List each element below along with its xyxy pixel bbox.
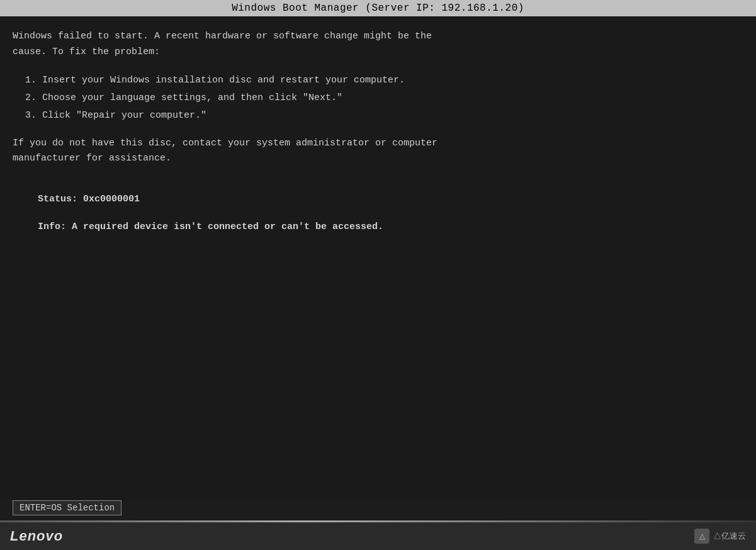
steps-list: 1. Insert your Windows installation disc… — [25, 73, 737, 123]
status-section: Status: 0xc0000001 Info: A required devi… — [38, 192, 737, 235]
intro-line1: Windows failed to start. A recent hardwa… — [13, 29, 737, 45]
enter-bar-wrapper: ENTER=OS Selection — [0, 500, 756, 520]
step-2: 2. Choose your language settings, and th… — [25, 91, 737, 106]
title-text: Windows Boot Manager (Server IP: 192.168… — [232, 3, 524, 14]
intro-line2: cause. To fix the problem: — [13, 45, 737, 60]
enter-os-selection: ENTER=OS Selection — [13, 500, 121, 515]
info-message: Info: A required device isn't connected … — [38, 220, 737, 235]
title-bar: Windows Boot Manager (Server IP: 192.168… — [0, 0, 756, 16]
step-1: 1. Insert your Windows installation disc… — [25, 73, 737, 88]
watermark-icon: △ — [694, 529, 709, 544]
bottom-bar-area: ENTER=OS Selection Lenovo △ △亿速云 — [0, 500, 756, 550]
bottom-footer: Lenovo △ △亿速云 — [0, 522, 756, 550]
lenovo-logo: Lenovo — [10, 528, 63, 544]
boot-manager-screen: Windows Boot Manager (Server IP: 192.168… — [0, 0, 756, 550]
main-content: Windows failed to start. A recent hardwa… — [0, 16, 756, 500]
assistance-paragraph: If you do not have this disc, contact yo… — [13, 136, 737, 167]
intro-paragraph: Windows failed to start. A recent hardwa… — [13, 29, 737, 60]
assistance-line2: manufacturer for assistance. — [13, 151, 737, 167]
watermark-text: △亿速云 — [713, 530, 746, 542]
status-code: Status: 0xc0000001 — [38, 192, 737, 207]
watermark: △ △亿速云 — [694, 529, 746, 544]
assistance-line1: If you do not have this disc, contact yo… — [13, 136, 737, 152]
step-3: 3. Click "Repair your computer." — [25, 108, 737, 123]
